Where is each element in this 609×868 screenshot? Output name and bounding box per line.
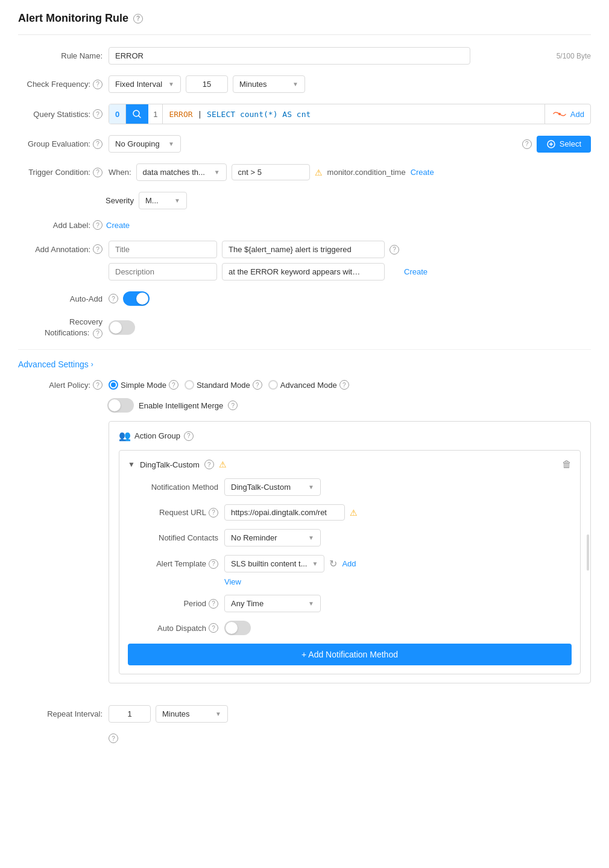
- alert-template-row: Alert Template ? SLS builtin content t..…: [128, 555, 572, 586]
- auto-add-toggle[interactable]: [123, 291, 150, 306]
- intelligent-merge-row: Enable Intelligent Merge ?: [18, 398, 591, 413]
- request-url-warn-icon: ⚠: [350, 508, 358, 518]
- advanced-mode-option[interactable]: Advanced Mode ?: [268, 380, 349, 390]
- period-select[interactable]: Any Time ▼: [224, 595, 321, 612]
- standard-mode-option[interactable]: Standard Mode ?: [185, 380, 262, 390]
- alert-template-select[interactable]: SLS builtin content t... ▼: [224, 555, 324, 572]
- annotation-create-link[interactable]: Create: [404, 267, 428, 276]
- annotation-fields: The ${alert_name} alert is triggered ? a…: [109, 241, 428, 280]
- recovery-toggle[interactable]: [109, 320, 135, 335]
- check-frequency-help-icon[interactable]: ?: [93, 80, 103, 89]
- alert-template-label: Alert Template ?: [128, 559, 218, 569]
- standard-mode-label: Standard Mode: [197, 381, 250, 390]
- advanced-mode-radio[interactable]: [268, 380, 278, 390]
- simple-mode-label: Simple Mode: [121, 381, 166, 390]
- group-evaluation-help-icon[interactable]: ?: [93, 139, 103, 149]
- auto-dispatch-toggle[interactable]: [224, 621, 251, 635]
- notified-contacts-select[interactable]: No Reminder ▼: [224, 529, 321, 546]
- annotation-title-input[interactable]: [109, 241, 217, 258]
- simple-mode-radio[interactable]: [109, 380, 118, 390]
- dingtalk-delete-icon[interactable]: 🗑: [562, 459, 572, 470]
- annotation-desc-input[interactable]: [109, 263, 217, 280]
- divider: [18, 349, 591, 350]
- simple-mode-help-icon[interactable]: ?: [169, 380, 178, 390]
- auto-dispatch-row: Auto Dispatch ?: [128, 621, 572, 635]
- standard-mode-help-icon[interactable]: ?: [253, 380, 262, 390]
- advanced-settings[interactable]: Advanced Settings ›: [18, 360, 591, 369]
- period-row: Period ? Any Time ▼: [128, 595, 572, 612]
- recovery-help-icon[interactable]: ?: [93, 329, 103, 338]
- data-matches-select[interactable]: data matches th... ▼: [136, 163, 227, 181]
- intelligent-merge-help-icon[interactable]: ?: [228, 401, 238, 410]
- auto-dispatch-help-icon[interactable]: ?: [209, 623, 218, 633]
- notified-contacts-value: No Reminder ▼: [224, 529, 321, 546]
- intelligent-merge-label: Enable Intelligent Merge: [139, 401, 223, 410]
- refresh-icon[interactable]: ↻: [329, 558, 337, 569]
- advanced-settings-chevron-icon: ›: [91, 360, 93, 369]
- page-title-help-icon[interactable]: ?: [133, 14, 143, 24]
- frequency-value-input[interactable]: [186, 75, 228, 93]
- trigger-condition-help-icon[interactable]: ?: [93, 168, 103, 177]
- query-select-kw: SELECT: [207, 110, 235, 119]
- add-notification-button[interactable]: + Add Notification Method: [128, 644, 572, 665]
- condition-expr-input[interactable]: [232, 164, 310, 180]
- intelligent-merge-toggle[interactable]: [107, 398, 134, 413]
- alert-policy-help-icon[interactable]: ?: [93, 380, 103, 390]
- auto-add-help-icon[interactable]: ?: [109, 294, 118, 303]
- period-value: Any Time ▼: [224, 595, 321, 612]
- repeat-unit-select[interactable]: Minutes ▼: [156, 705, 228, 723]
- annotation-title-help-icon[interactable]: ?: [390, 245, 399, 255]
- scrollbar[interactable]: [587, 534, 589, 571]
- query-search-icon[interactable]: [126, 104, 148, 124]
- query-cnt-kw: cnt: [297, 110, 311, 119]
- create-link[interactable]: Create: [411, 168, 434, 177]
- frequency-type-select[interactable]: Fixed Interval ▼: [109, 75, 181, 93]
- severity-select[interactable]: M... ▼: [139, 192, 187, 209]
- advanced-mode-help-icon[interactable]: ?: [339, 380, 349, 390]
- annotation-desc-value: at the ERROR keyword appears within an h…: [229, 267, 361, 276]
- select-button[interactable]: Select: [537, 136, 591, 153]
- rule-name-row: Rule Name: 5/100 Byte: [18, 47, 591, 65]
- rule-name-input[interactable]: [109, 47, 470, 65]
- view-template-link[interactable]: View: [224, 577, 241, 586]
- annotation-title-value: The ${alert_name} alert is triggered: [229, 245, 352, 254]
- repeat-interval-input[interactable]: [109, 705, 151, 723]
- request-url-help-icon[interactable]: ?: [209, 508, 218, 518]
- query-index: 1: [148, 104, 163, 124]
- dingtalk-warning-icon: ⚠: [219, 460, 227, 469]
- group-select-help-icon[interactable]: ?: [522, 139, 532, 149]
- auto-dispatch-toggle-wrap: [224, 621, 251, 635]
- simple-mode-option[interactable]: Simple Mode ?: [109, 380, 178, 390]
- auto-add-label: Auto-Add: [18, 294, 103, 303]
- severity-label: Severity: [106, 196, 134, 205]
- action-group-label: Action Group: [134, 431, 180, 440]
- auto-dispatch-label: Auto Dispatch ?: [128, 623, 218, 633]
- frequency-unit-arrow-icon: ▼: [292, 81, 298, 87]
- alert-template-help-icon[interactable]: ?: [209, 559, 218, 569]
- group-value-select[interactable]: No Grouping ▼: [109, 135, 181, 153]
- notified-contacts-arrow-icon: ▼: [308, 534, 314, 541]
- action-group-help-icon[interactable]: ?: [184, 431, 194, 441]
- add-label-help-icon[interactable]: ?: [93, 220, 103, 230]
- notification-method-select[interactable]: DingTalk-Custom ▼: [224, 478, 321, 496]
- notified-contacts-label: Notified Contacts: [128, 533, 218, 542]
- query-num: 0: [109, 104, 126, 124]
- repeat-interval-help-icon[interactable]: ?: [109, 733, 118, 743]
- add-label-create-link[interactable]: Create: [106, 221, 130, 230]
- add-annotation-help-icon[interactable]: ?: [93, 244, 103, 254]
- dingtalk-help-icon[interactable]: ?: [204, 460, 214, 469]
- monitor-text: monitor.condition_time: [327, 168, 406, 177]
- add-template-link[interactable]: Add: [342, 559, 356, 568]
- period-help-icon[interactable]: ?: [209, 599, 218, 609]
- query-statistics-help-icon[interactable]: ?: [93, 109, 103, 119]
- collapse-icon[interactable]: ▼: [128, 460, 135, 469]
- auto-add-content: ?: [109, 291, 591, 306]
- standard-mode-radio[interactable]: [185, 380, 194, 390]
- group-evaluation-row: Group Evaluation: ? No Grouping ▼ ? Sele…: [18, 135, 591, 153]
- action-group-wrapper: 👥 Action Group ? ▼ DingTalk-Custom ? ⚠ 🗑…: [18, 421, 591, 694]
- annotation-desc-value-box: at the ERROR keyword appears within an h…: [222, 263, 385, 280]
- turbosql-button[interactable]: Add: [544, 104, 590, 124]
- request-url-input[interactable]: https://opai.dingtalk.com/ret: [224, 504, 345, 521]
- frequency-unit-select[interactable]: Minutes ▼: [233, 75, 305, 93]
- repeat-interval-help-row: ?: [18, 733, 591, 743]
